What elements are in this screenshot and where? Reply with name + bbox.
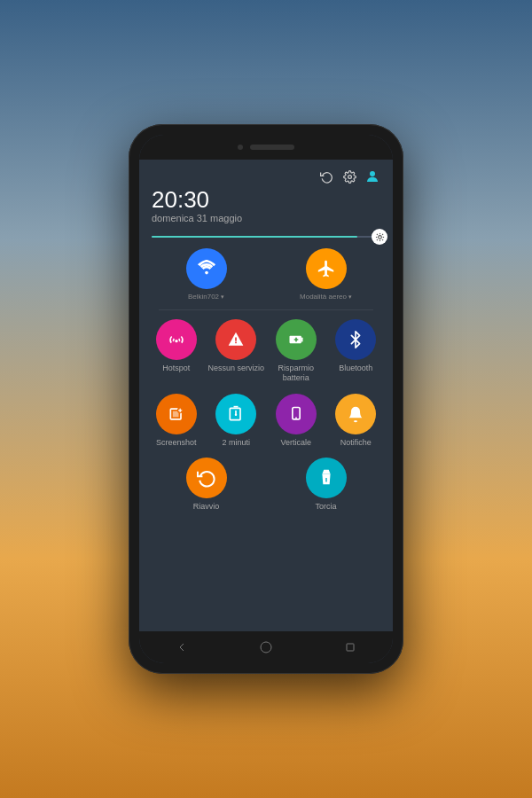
vertical-label: Verticale xyxy=(280,438,311,448)
riavvio-icon-circle xyxy=(186,458,227,498)
date-display: domenica 31 maggio xyxy=(152,213,380,223)
battery-saver-icon-circle xyxy=(276,319,317,360)
2min-label: 2 minuti xyxy=(222,438,250,448)
toggle-hotspot[interactable]: Hotspot xyxy=(146,319,207,373)
svg-point-2 xyxy=(378,235,381,239)
toggle-vertical[interactable]: Verticale xyxy=(266,394,326,448)
brightness-row[interactable] xyxy=(139,229,393,245)
svg-rect-15 xyxy=(235,342,237,344)
toggle-screenshot[interactable]: Screenshot xyxy=(146,394,207,448)
svg-line-6 xyxy=(382,239,383,240)
svg-point-28 xyxy=(261,642,271,653)
svg-rect-14 xyxy=(235,338,237,341)
no-service-label: Nessun servizio xyxy=(207,364,264,373)
svg-point-1 xyxy=(370,171,375,176)
airplane-sublabel: Modalità aereo ▾ xyxy=(300,293,352,301)
divider-1 xyxy=(159,309,373,310)
home-button[interactable] xyxy=(256,638,276,657)
notifiche-icon-circle xyxy=(335,394,376,434)
toggle-2min[interactable]: 2 minuti xyxy=(207,394,267,448)
status-bar: 20:30 domenica 31 maggio xyxy=(139,160,393,229)
brightness-thumb xyxy=(372,229,387,245)
wifi-sublabel: Belkin702 ▾ xyxy=(188,293,224,301)
vertical-icon-circle xyxy=(276,394,317,434)
speaker-grill xyxy=(250,145,294,150)
svg-line-5 xyxy=(376,233,377,234)
screenshot-icon-circle xyxy=(156,394,197,434)
toggle-row-2: Hotspot Nessun servizio xyxy=(146,316,386,387)
svg-point-24 xyxy=(235,413,238,416)
svg-point-0 xyxy=(348,175,351,178)
riavvio-label: Riavvio xyxy=(193,502,220,512)
account-icon[interactable] xyxy=(364,168,380,184)
toggle-no-service[interactable]: Nessun servizio xyxy=(207,319,267,373)
quick-toggles-panel: Belkin702 ▾ Modalità aereo xyxy=(139,245,393,631)
battery-saver-label: Risparmio batteria xyxy=(266,364,326,383)
phone-frame: 20:30 domenica 31 maggio xyxy=(129,124,403,674)
toggle-airplane[interactable]: Modalità aereo ▾ xyxy=(295,248,357,301)
phone-screen: 20:30 domenica 31 maggio xyxy=(139,135,393,663)
toggle-row-wifi-airplane: Belkin702 ▾ Modalità aereo xyxy=(146,245,386,304)
back-button[interactable] xyxy=(172,638,192,657)
svg-point-11 xyxy=(205,271,208,275)
toggle-bluetooth[interactable]: Bluetooth xyxy=(326,319,387,373)
timer-icon-circle xyxy=(215,394,256,434)
rotate-icon[interactable] xyxy=(318,168,334,184)
screen-content: 20:30 domenica 31 maggio xyxy=(139,160,393,631)
brightness-fill xyxy=(152,236,357,238)
screenshot-label: Screenshot xyxy=(156,438,197,448)
svg-point-26 xyxy=(295,417,297,419)
brightness-slider[interactable] xyxy=(152,236,380,238)
toggle-battery-saver[interactable]: Risparmio batteria xyxy=(266,319,326,383)
hotspot-label: Hotspot xyxy=(162,364,190,373)
no-service-icon-circle xyxy=(215,319,256,360)
toggle-notifiche[interactable]: Notifiche xyxy=(326,394,387,448)
settings-icon[interactable] xyxy=(341,168,357,184)
status-icons-row xyxy=(152,168,380,184)
svg-point-12 xyxy=(175,340,177,342)
bluetooth-label: Bluetooth xyxy=(339,364,372,373)
svg-rect-17 xyxy=(301,338,303,342)
bottom-nav-bar xyxy=(139,631,393,663)
notifiche-label: Notifiche xyxy=(340,438,372,448)
torcia-label: Torcia xyxy=(315,502,336,512)
toggle-riavvio[interactable]: Riavvio xyxy=(176,458,238,512)
svg-rect-29 xyxy=(347,644,354,651)
svg-line-10 xyxy=(382,233,383,234)
torcia-icon-circle xyxy=(306,458,347,498)
toggle-wifi[interactable]: Belkin702 ▾ xyxy=(176,248,238,301)
camera-dot xyxy=(238,145,243,150)
airplane-icon-circle xyxy=(306,248,347,289)
phone-top-hardware xyxy=(139,135,393,160)
recent-apps-button[interactable] xyxy=(340,638,360,657)
toggle-row-3: Screenshot 2 minuti xyxy=(146,390,386,451)
svg-line-9 xyxy=(376,239,377,240)
toggle-row-4: Riavvio Torcia xyxy=(146,454,386,515)
toggle-torcia[interactable]: Torcia xyxy=(295,458,357,512)
hotspot-icon-circle xyxy=(156,319,197,360)
time-display: 20:30 xyxy=(152,188,380,211)
wifi-icon-circle xyxy=(186,248,227,289)
bluetooth-icon-circle xyxy=(335,319,376,360)
